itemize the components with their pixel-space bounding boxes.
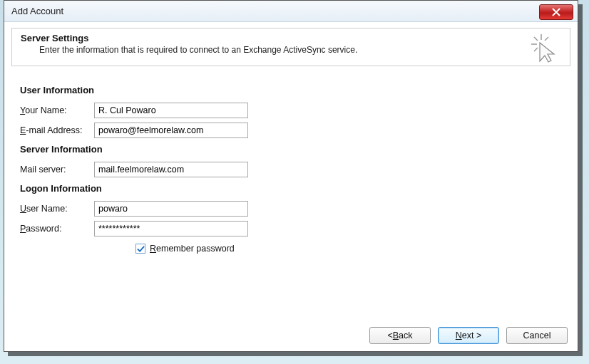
logon-information-title: Logon Information bbox=[20, 183, 562, 194]
remember-password-checkbox[interactable] bbox=[135, 244, 145, 254]
your-name-label: Your Name: bbox=[20, 105, 94, 115]
email-label: E-mail Address: bbox=[20, 125, 94, 135]
window-title: Add Account bbox=[11, 6, 63, 16]
user-name-input[interactable] bbox=[94, 201, 248, 217]
back-button[interactable]: < Back bbox=[369, 327, 431, 344]
titlebar: Add Account bbox=[4, 1, 578, 22]
cancel-button[interactable]: Cancel bbox=[506, 327, 568, 344]
password-label: Password: bbox=[20, 224, 94, 234]
server-information-title: Server Information bbox=[20, 144, 562, 155]
remember-password-label: Remember password bbox=[150, 244, 235, 254]
footer-buttons: < Back Next > Cancel bbox=[369, 327, 568, 344]
header-title: Server Settings bbox=[21, 33, 357, 43]
user-information-title: User Information bbox=[20, 85, 562, 95]
add-account-window: Add Account Server Settings Enter the in… bbox=[4, 0, 578, 352]
email-input[interactable] bbox=[94, 123, 248, 138]
mail-server-input[interactable] bbox=[94, 162, 248, 177]
header-subtitle: Enter the information that is required t… bbox=[39, 45, 357, 55]
next-button[interactable]: Next > bbox=[438, 327, 499, 344]
close-icon bbox=[552, 8, 560, 16]
user-name-label: User Name: bbox=[20, 204, 94, 214]
close-button[interactable] bbox=[539, 4, 573, 20]
cursor-click-icon bbox=[531, 34, 557, 66]
check-icon bbox=[137, 245, 145, 253]
svg-line-2 bbox=[534, 37, 538, 41]
svg-line-3 bbox=[545, 37, 548, 41]
header-panel: Server Settings Enter the information th… bbox=[11, 28, 570, 66]
mail-server-label: Mail server: bbox=[20, 165, 94, 175]
svg-line-4 bbox=[534, 48, 538, 51]
password-input[interactable] bbox=[94, 221, 248, 236]
your-name-input[interactable] bbox=[94, 103, 248, 118]
content-area: User Information Your Name: E-mail Addre… bbox=[4, 66, 578, 256]
